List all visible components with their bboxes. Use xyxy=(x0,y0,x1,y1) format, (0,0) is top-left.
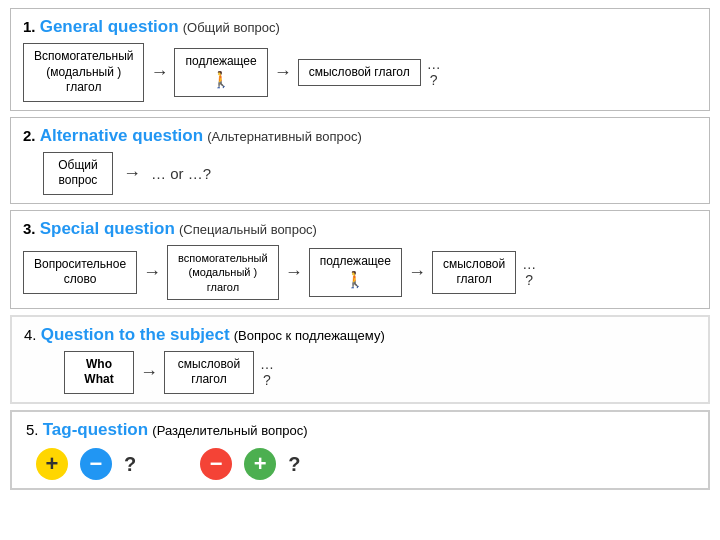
s5-ru: (Разделительный вопрос) xyxy=(152,423,307,438)
main-container: 1. General question (Общий вопрос) Вспом… xyxy=(0,0,720,498)
s1-ru: (Общий вопрос) xyxy=(183,20,280,35)
s3-box2: вспомогательный (модальный ) глагол xyxy=(167,245,279,300)
s2-num: 2. xyxy=(23,127,36,144)
s2-ru: (Альтернативный вопрос) xyxy=(207,129,362,144)
s1-arrow1: → xyxy=(150,62,168,83)
q-mark-1: ? xyxy=(124,453,136,476)
s3-num: 3. xyxy=(23,220,36,237)
plus-green-button[interactable]: + xyxy=(244,448,276,480)
section-3-title: 3. Special question (Специальный вопрос) xyxy=(23,219,697,239)
q-mark-2: ? xyxy=(288,453,300,476)
s5-num: 5. xyxy=(26,421,39,438)
s3-arrow3: → xyxy=(408,262,426,283)
s3-en: Special question xyxy=(40,219,175,238)
s4-arrow1: → xyxy=(140,362,158,383)
s3-flow: Вопросительное слово → вспомогательный (… xyxy=(23,245,697,300)
section-2: 2. Alternative question (Альтернативный … xyxy=(10,117,710,204)
s4-ellipsis: … ? xyxy=(260,356,274,390)
minus-red-button[interactable]: − xyxy=(200,448,232,480)
s1-arrow2: → xyxy=(274,62,292,83)
s2-box1: Общий вопрос xyxy=(43,152,113,195)
section-4-title: 4. Question to the subject (Вопрос к под… xyxy=(24,325,696,345)
s5-flow: + − ? − + ? xyxy=(26,448,694,480)
section-4: 4. Question to the subject (Вопрос к под… xyxy=(10,315,710,404)
s4-num: 4. xyxy=(24,326,37,343)
section-5: 5. Tag-question (Разделительный вопрос) … xyxy=(10,410,710,490)
s4-flow: Who What → смысловой глагол … ? xyxy=(24,351,696,394)
s1-person-icon: 🚶 xyxy=(185,70,256,91)
section-5-title: 5. Tag-question (Разделительный вопрос) xyxy=(26,420,694,440)
s3-ellipsis: … ? xyxy=(522,256,536,290)
s1-flow: Вспомогательный (модальный ) глагол → по… xyxy=(23,43,697,102)
s4-en: Question to the subject xyxy=(41,325,230,344)
s2-arrow1: → xyxy=(123,163,141,184)
s1-box2: подлежащее 🚶 xyxy=(174,48,267,96)
minus-blue-button[interactable]: − xyxy=(80,448,112,480)
s2-or-text: … or …? xyxy=(151,165,211,182)
s3-box4: смысловой глагол xyxy=(432,251,516,294)
s2-flow: Общий вопрос → … or …? xyxy=(23,152,697,195)
s1-box3: смысловой глагол xyxy=(298,59,421,87)
s4-box2: смысловой глагол xyxy=(164,351,254,394)
plus-yellow-button[interactable]: + xyxy=(36,448,68,480)
s1-en: General question xyxy=(40,17,179,36)
s3-ru: (Специальный вопрос) xyxy=(179,222,317,237)
section-3: 3. Special question (Специальный вопрос)… xyxy=(10,210,710,309)
section-1: 1. General question (Общий вопрос) Вспом… xyxy=(10,8,710,111)
section-2-title: 2. Alternative question (Альтернативный … xyxy=(23,126,697,146)
s3-person-icon: 🚶 xyxy=(320,270,391,291)
s3-box3: подлежащее 🚶 xyxy=(309,248,402,296)
s4-box1: Who What xyxy=(64,351,134,394)
s1-ellipsis: … ? xyxy=(427,56,441,90)
s1-box1: Вспомогательный (модальный ) глагол xyxy=(23,43,144,102)
s3-box1: Вопросительное слово xyxy=(23,251,137,294)
section-1-title: 1. General question (Общий вопрос) xyxy=(23,17,697,37)
s2-en: Alternative question xyxy=(40,126,203,145)
s3-arrow2: → xyxy=(285,262,303,283)
s1-num: 1. xyxy=(23,18,36,35)
s3-arrow1: → xyxy=(143,262,161,283)
s4-ru: (Вопрос к подлежащему) xyxy=(234,328,385,343)
s5-en: Tag-question xyxy=(43,420,148,439)
